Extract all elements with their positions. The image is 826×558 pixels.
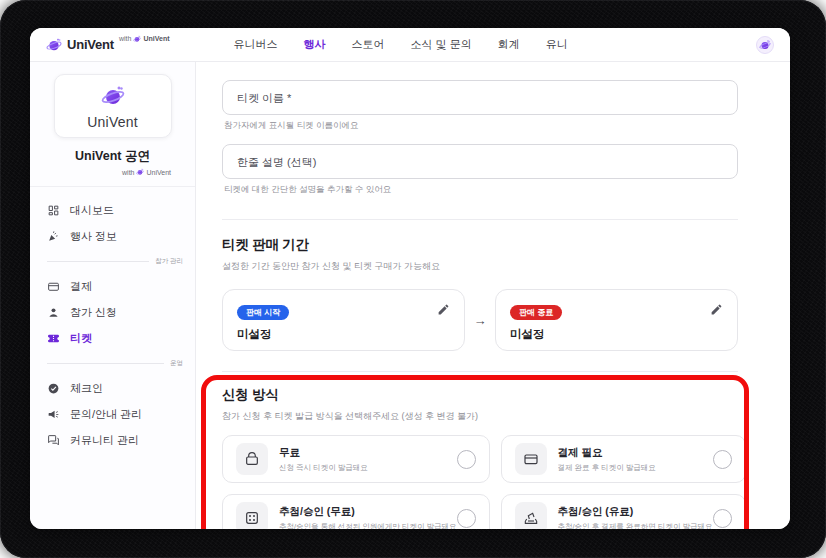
- org-logo-text: UniVent: [55, 114, 171, 130]
- ballot-box-icon: [523, 510, 539, 526]
- apply-method-title: 신청 방식: [222, 386, 738, 404]
- option-desc: 추첨/승인을 통해 선정된 인원에게만 티켓이 발급돼요: [279, 522, 457, 530]
- edit-end-button[interactable]: [710, 302, 724, 316]
- sidebar-item-label: 참가 신청: [70, 305, 117, 320]
- option-title: 추첨/승인 (무료): [279, 505, 457, 519]
- sidebar-item-applications[interactable]: 참가 신청: [30, 299, 195, 325]
- planet-logo-icon: [46, 37, 62, 53]
- org-planet-icon: [101, 84, 125, 108]
- divider: [222, 371, 738, 372]
- option-lottery-free[interactable]: 추첨/승인 (무료) 추첨/승인을 통해 선정된 인원에게만 티켓이 발급돼요: [222, 494, 490, 529]
- check-circle-icon: [47, 382, 60, 395]
- sidebar-item-checkin[interactable]: 체크인: [30, 375, 195, 401]
- sidebar-item-label: 문의/안내 관리: [70, 407, 142, 422]
- sale-end-value: 미설정: [510, 327, 723, 342]
- celebration-icon: [47, 230, 60, 243]
- sale-end-badge: 판매 종료: [510, 305, 562, 320]
- apply-method-helper: 참가 신청 후 티켓 발급 방식을 선택해주세요 (생성 후 변경 불가): [222, 410, 738, 423]
- sidebar-item-label: 체크인: [70, 381, 103, 396]
- brand-sub-prefix: with: [119, 35, 131, 42]
- sale-period-row: 판매 시작 미설정 → 판매 종료 미설정: [222, 289, 738, 351]
- apply-method-section: 신청 방식 참가 신청 후 티켓 발급 방식을 선택해주세요 (생성 후 변경 …: [222, 386, 738, 529]
- org-logo-card: UniVent: [54, 74, 172, 138]
- app-window: UniVent with UniVent 유니버스 행사 스토어 소식 및 문의…: [30, 28, 790, 529]
- option-free-radio[interactable]: [457, 450, 476, 469]
- edit-start-button[interactable]: [437, 302, 451, 316]
- apply-options-grid: 무료 신청 즉시 티켓이 발급돼요 결제 필요: [222, 435, 738, 529]
- sidebar-item-community[interactable]: 커뮤니티 관리: [30, 427, 195, 453]
- sidebar-item-label: 커뮤니티 관리: [70, 433, 139, 448]
- ticket-desc-input[interactable]: [222, 144, 738, 179]
- mini-planet-icon: [136, 168, 144, 176]
- brand-sub-name: UniVent: [143, 35, 169, 42]
- sidebar-nav: 대시보드 행사 정보 참가 관리: [30, 187, 195, 453]
- dashboard-icon: [47, 204, 60, 217]
- option-payment-radio[interactable]: [713, 450, 732, 469]
- sidebar-item-payment[interactable]: 결제: [30, 273, 195, 299]
- sidebar-item-event-info[interactable]: 행사 정보: [30, 223, 195, 249]
- brand-logo[interactable]: UniVent with UniVent: [46, 36, 170, 54]
- option-lottery-paid-radio[interactable]: [713, 509, 732, 528]
- user-avatar[interactable]: [756, 36, 774, 54]
- person-icon: [47, 306, 60, 319]
- credit-card-icon: [523, 451, 539, 467]
- nav-item-universe[interactable]: 유니버스: [234, 37, 278, 52]
- org-subtitle: with UniVent: [40, 168, 171, 176]
- sale-start-card[interactable]: 판매 시작 미설정: [222, 289, 465, 351]
- app-body: UniVent UniVent 공연 with UniVent 대시보드: [30, 62, 790, 529]
- section-label: 참가 관리: [155, 257, 183, 266]
- nav-item-events[interactable]: 행사: [304, 37, 326, 52]
- option-title: 무료: [279, 446, 368, 460]
- dice-icon: [244, 510, 260, 526]
- ticket-desc-helper: 티켓에 대한 간단한 설명을 추가할 수 있어요: [224, 184, 738, 195]
- forum-icon: [47, 434, 60, 447]
- gift-bag-icon: [244, 451, 260, 467]
- pencil-icon: [710, 303, 723, 316]
- sidebar-item-label: 행사 정보: [70, 229, 117, 244]
- option-payment-required[interactable]: 결제 필요 결제 완료 후 티켓이 발급돼요: [501, 435, 746, 483]
- sale-period-helper: 설정한 기간 동안만 참가 신청 및 티켓 구매가 가능해요: [222, 260, 738, 273]
- sidebar-item-inquiries[interactable]: 문의/안내 관리: [30, 401, 195, 427]
- nav-item-accounting[interactable]: 회계: [498, 37, 520, 52]
- sidebar-header: UniVent UniVent 공연 with UniVent: [30, 62, 195, 187]
- brand-name: UniVent: [67, 36, 114, 54]
- ticket-name-input[interactable]: [222, 80, 738, 115]
- megaphone-icon: [47, 408, 60, 421]
- sidebar: UniVent UniVent 공연 with UniVent 대시보드: [30, 62, 196, 529]
- ticket-icon: [47, 332, 60, 345]
- org-sub-prefix: with: [122, 169, 134, 176]
- sidebar-item-label: 결제: [70, 279, 92, 294]
- org-sub-name: UniVent: [146, 169, 171, 176]
- credit-card-icon: [47, 280, 60, 293]
- option-desc: 신청 즉시 티켓이 발급돼요: [279, 463, 368, 473]
- nav-item-store[interactable]: 스토어: [352, 37, 385, 52]
- sidebar-section-operations: 운영: [30, 354, 195, 372]
- brand-subtitle: with UniVent: [119, 34, 170, 43]
- sidebar-item-dashboard[interactable]: 대시보드: [30, 197, 195, 223]
- divider: [47, 363, 164, 364]
- option-title: 추첨/승인 (유료): [558, 505, 713, 519]
- ticket-desc-group: 티켓에 대한 간단한 설명을 추가할 수 있어요: [222, 144, 738, 195]
- option-free[interactable]: 무료 신청 즉시 티켓이 발급돼요: [222, 435, 490, 483]
- section-label: 운영: [170, 359, 183, 368]
- main-content: 참가자에게 표시될 티켓 이름이에요 티켓에 대한 간단한 설명을 추가할 수 …: [196, 62, 790, 529]
- option-lottery-free-radio[interactable]: [457, 509, 476, 528]
- sale-start-badge: 판매 시작: [237, 305, 289, 320]
- sidebar-item-tickets[interactable]: 티켓: [30, 325, 195, 351]
- arrow-right-icon: →: [465, 313, 495, 328]
- option-title: 결제 필요: [558, 446, 656, 460]
- pencil-icon: [437, 303, 450, 316]
- divider: [47, 261, 149, 262]
- org-name: UniVent 공연: [40, 148, 185, 165]
- avatar-planet-icon: [759, 39, 771, 51]
- ticket-name-group: 참가자에게 표시될 티켓 이름이에요: [222, 80, 738, 131]
- sidebar-section-participants: 참가 관리: [30, 252, 195, 270]
- option-desc: 추첨/승인 후 결제를 완료하면 티켓이 발급돼요: [558, 522, 713, 530]
- option-lottery-paid[interactable]: 추첨/승인 (유료) 추첨/승인 후 결제를 완료하면 티켓이 발급돼요: [501, 494, 746, 529]
- nav-item-uni[interactable]: 유니: [546, 37, 568, 52]
- sale-end-card[interactable]: 판매 종료 미설정: [495, 289, 738, 351]
- sidebar-item-label: 대시보드: [70, 203, 114, 218]
- nav-item-news[interactable]: 소식 및 문의: [411, 37, 472, 52]
- ticket-name-helper: 참가자에게 표시될 티켓 이름이에요: [224, 120, 738, 131]
- main-nav: 유니버스 행사 스토어 소식 및 문의 회계 유니: [234, 37, 568, 52]
